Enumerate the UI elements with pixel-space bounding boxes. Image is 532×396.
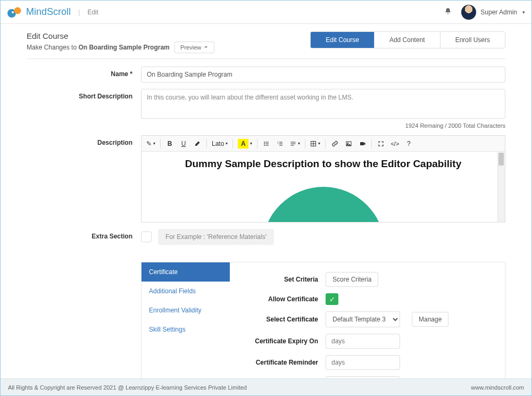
manage-button[interactable]: Manage — [412, 312, 448, 327]
fullscreen-icon[interactable] — [375, 137, 387, 150]
avatar — [461, 5, 476, 20]
editor-heading: Dummy Sample Description to show the Edi… — [152, 158, 494, 170]
ul-icon[interactable] — [260, 137, 273, 150]
svg-rect-11 — [279, 145, 282, 145]
footer-copyright: All Rights & Copyright are Reserved 2021… — [8, 384, 247, 391]
font-color-button[interactable]: A▾ — [236, 137, 254, 150]
user-menu[interactable]: Super Admin ▾ — [461, 5, 525, 20]
breadcrumb-item[interactable]: Edit — [87, 9, 98, 16]
image-icon[interactable] — [342, 137, 355, 150]
svg-rect-4 — [265, 142, 269, 142]
page-title: Edit Course — [27, 31, 214, 40]
svg-point-1 — [14, 7, 21, 14]
welcome-graphic: WELCOME — [262, 187, 385, 222]
score-criteria-button[interactable]: Score Criteria — [326, 272, 378, 287]
eraser-icon[interactable] — [191, 137, 204, 150]
help-icon[interactable]: ? — [402, 137, 415, 150]
breadcrumb-sep: | — [78, 8, 80, 16]
expiry-input[interactable] — [326, 334, 400, 349]
page-header: Edit Course Make Changes to On Boarding … — [27, 31, 505, 53]
allow-cert-label: Allow Certificate — [240, 295, 326, 303]
ol-icon[interactable]: 12 — [274, 137, 287, 150]
table-icon[interactable]: ▾ — [308, 137, 322, 150]
expiry-label: Certificate Expiry On — [240, 337, 326, 345]
name-input[interactable] — [141, 67, 505, 82]
preview-button[interactable]: Preview — [174, 42, 214, 53]
tab-enroll-users[interactable]: Enroll Users — [440, 32, 505, 48]
description-label: Description — [27, 135, 141, 222]
svg-rect-16 — [291, 145, 294, 145]
reminder-label: Certificate Reminder — [240, 359, 326, 366]
svg-point-3 — [264, 142, 265, 143]
reminder-input[interactable] — [326, 355, 400, 370]
bell-icon[interactable] — [444, 7, 452, 16]
extra-checkbox[interactable] — [141, 232, 152, 242]
subtitle-course: On Boarding Sample Program — [78, 44, 169, 51]
side-tab-additional-fields[interactable]: Additional Fields — [142, 282, 230, 301]
side-tab-skill-settings[interactable]: Skill Settings — [142, 320, 230, 339]
short-desc-input[interactable]: In this course, you will learn about the… — [141, 89, 505, 119]
extra-placeholder[interactable]: For Example : 'Reference Materials' — [158, 229, 274, 245]
chevron-down-icon: ▾ — [522, 10, 525, 15]
allow-cert-checkbox[interactable]: ✓ — [326, 293, 338, 305]
page-subtitle: Make Changes to On Boarding Sample Progr… — [27, 42, 214, 53]
svg-rect-10 — [279, 143, 282, 144]
svg-rect-8 — [265, 145, 269, 145]
magic-icon[interactable]: ✎▾ — [144, 137, 157, 150]
subtitle-prefix: Make Changes to — [27, 44, 78, 51]
editor-body[interactable]: Dummy Sample Description to show the Edi… — [142, 152, 505, 222]
code-icon[interactable]: </> — [388, 137, 401, 150]
video-icon[interactable] — [356, 137, 369, 150]
logo[interactable]: MindScroll — [7, 6, 71, 18]
svg-point-7 — [264, 145, 265, 146]
set-criteria-label: Set Criteria — [240, 276, 326, 283]
rich-editor: ✎▾ B U Lato▾ A▾ 12 ▾ ▾ — [141, 135, 505, 222]
svg-rect-15 — [291, 143, 296, 144]
topbar: MindScroll | Edit Super Admin ▾ — [1, 1, 531, 24]
svg-rect-9 — [279, 142, 282, 142]
svg-point-21 — [347, 143, 348, 144]
char-count: 1924 Remaing / 2000 Total Characters — [141, 122, 505, 129]
svg-point-2 — [12, 11, 14, 13]
editor-scrollbar[interactable] — [497, 152, 505, 222]
select-cert-label: Select Certificate — [240, 316, 326, 323]
user-name: Super Admin — [480, 9, 517, 16]
footer: All Rights & Copyright are Reserved 2021… — [1, 378, 531, 395]
logo-icon — [7, 6, 23, 18]
font-family-select[interactable]: Lato▾ — [210, 137, 230, 150]
header-tabs: Edit Course Add Content Enroll Users — [310, 31, 505, 48]
underline-button[interactable]: U — [177, 137, 190, 150]
tab-add-content[interactable]: Add Content — [375, 32, 440, 48]
side-tab-enrollment-validity[interactable]: Enrollment Validity — [142, 301, 230, 320]
name-label: Name * — [27, 67, 141, 82]
footer-link[interactable]: www.mindscroll.com — [471, 384, 524, 391]
svg-point-5 — [264, 143, 265, 144]
link-icon[interactable] — [328, 137, 341, 150]
settings-tabs: Certificate Additional Fields Enrollment… — [141, 262, 505, 378]
bold-button[interactable]: B — [163, 137, 176, 150]
side-tab-certificate[interactable]: Certificate — [142, 262, 230, 282]
extra-label: Extra Section — [27, 229, 141, 245]
svg-rect-6 — [265, 143, 269, 144]
svg-rect-22 — [360, 142, 364, 145]
svg-text:2: 2 — [278, 143, 279, 145]
share-icon — [203, 45, 209, 50]
editor-toolbar: ✎▾ B U Lato▾ A▾ 12 ▾ ▾ — [142, 136, 505, 152]
select-cert-dropdown[interactable]: Default Template 3 — [326, 311, 400, 327]
preview-label: Preview — [180, 44, 201, 51]
short-desc-label: Short Description — [27, 89, 141, 129]
tab-edit-course[interactable]: Edit Course — [311, 32, 375, 48]
paragraph-icon[interactable]: ▾ — [288, 137, 302, 150]
svg-rect-14 — [291, 142, 296, 142]
brand-text: MindScroll — [26, 6, 71, 18]
